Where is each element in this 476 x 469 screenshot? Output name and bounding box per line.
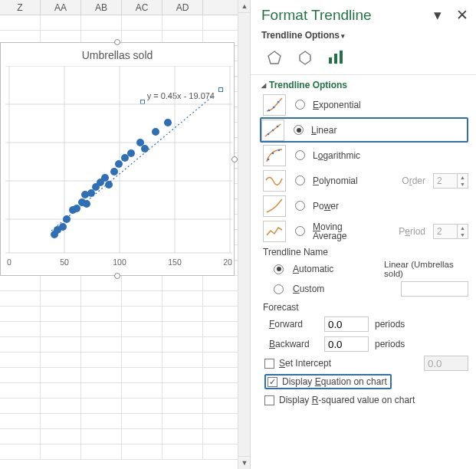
colhead-ab[interactable]: AB bbox=[81, 0, 122, 15]
svg-point-20 bbox=[83, 200, 90, 208]
option-polynomial[interactable]: Polynomial Order ▲▼ bbox=[261, 168, 468, 193]
tab-options-icon[interactable] bbox=[326, 48, 346, 67]
svg-point-30 bbox=[141, 145, 149, 153]
checkbox-display-equation[interactable] bbox=[268, 377, 277, 387]
option-power[interactable]: Power bbox=[261, 193, 468, 218]
radio-power[interactable] bbox=[295, 201, 305, 211]
svg-point-28 bbox=[127, 149, 135, 157]
svg-text:50: 50 bbox=[60, 257, 69, 267]
svg-point-52 bbox=[278, 149, 281, 151]
svg-rect-41 bbox=[334, 54, 337, 64]
order-stepper: ▲▼ bbox=[433, 173, 468, 189]
svg-point-49 bbox=[277, 125, 279, 127]
svg-point-24 bbox=[105, 181, 113, 189]
power-icon bbox=[263, 195, 286, 217]
column-headers: Z AA AB AC AD bbox=[0, 0, 250, 15]
pane-subtitle-dropdown[interactable]: Trendline Options▾ bbox=[261, 30, 468, 41]
backward-input[interactable] bbox=[324, 336, 369, 352]
movingavg-icon bbox=[263, 221, 286, 242]
option-linear[interactable]: Linear bbox=[260, 117, 468, 143]
period-label: Period bbox=[399, 226, 425, 237]
svg-point-50 bbox=[268, 158, 270, 160]
option-moving-average[interactable]: MovingAverage Period ▲▼ bbox=[261, 218, 468, 244]
svg-point-14 bbox=[63, 215, 71, 223]
exponential-icon bbox=[263, 94, 286, 116]
resize-handle-bottom[interactable] bbox=[114, 273, 120, 279]
svg-point-48 bbox=[272, 129, 274, 131]
set-intercept-row[interactable]: Set Intercept bbox=[261, 354, 468, 372]
svg-point-16 bbox=[73, 205, 80, 212]
option-exponential[interactable]: Exponential bbox=[261, 92, 468, 117]
display-equation-row[interactable]: Display Equation on chart bbox=[264, 374, 392, 389]
scroll-up-icon[interactable]: ▲ bbox=[238, 0, 251, 13]
radio-custom[interactable] bbox=[274, 284, 284, 294]
intercept-input bbox=[424, 356, 468, 371]
svg-marker-39 bbox=[300, 51, 310, 64]
section-trendline-options[interactable]: Trendline Options bbox=[261, 80, 468, 90]
tab-effects-icon[interactable] bbox=[295, 48, 315, 67]
radio-automatic[interactable] bbox=[274, 264, 284, 274]
svg-text:150: 150 bbox=[168, 257, 182, 267]
colhead-z[interactable]: Z bbox=[0, 0, 41, 15]
svg-text:100: 100 bbox=[113, 257, 126, 267]
radio-polynomial[interactable] bbox=[295, 175, 305, 185]
scatter-plot: 0 50 100 150 200 bbox=[5, 66, 232, 273]
resize-handle-top[interactable] bbox=[114, 39, 120, 45]
svg-point-45 bbox=[277, 100, 280, 103]
resize-handle-right[interactable] bbox=[231, 156, 238, 162]
radio-exponential[interactable] bbox=[295, 100, 305, 110]
svg-point-19 bbox=[87, 189, 95, 197]
colhead-ac[interactable]: AC bbox=[122, 0, 162, 15]
linear-icon bbox=[261, 120, 284, 141]
logarithmic-icon bbox=[263, 145, 286, 166]
svg-point-23 bbox=[101, 174, 109, 182]
svg-point-44 bbox=[273, 106, 275, 108]
svg-point-31 bbox=[152, 128, 159, 136]
svg-point-47 bbox=[268, 133, 270, 135]
svg-rect-40 bbox=[329, 57, 332, 64]
svg-point-13 bbox=[59, 223, 67, 231]
data-series bbox=[51, 119, 172, 238]
svg-point-32 bbox=[164, 119, 172, 126]
polynomial-icon bbox=[263, 170, 286, 192]
svg-text:200: 200 bbox=[223, 257, 232, 267]
svg-rect-42 bbox=[340, 51, 343, 64]
svg-point-51 bbox=[272, 152, 274, 154]
automatic-name-value: Linear (Umbrellas sold) bbox=[384, 260, 468, 278]
svg-point-27 bbox=[121, 154, 129, 162]
scroll-down-icon[interactable]: ▼ bbox=[238, 456, 251, 469]
svg-text:0: 0 bbox=[7, 257, 11, 267]
tab-fill-line-icon[interactable] bbox=[264, 48, 284, 67]
format-trendline-pane: Format Trendline ▾ ✕ Trendline Options▾ … bbox=[250, 0, 476, 469]
radio-linear[interactable] bbox=[294, 125, 304, 135]
svg-point-25 bbox=[110, 168, 118, 175]
trendline-name-head: Trendline Name bbox=[263, 247, 468, 257]
name-custom-row[interactable]: Custom bbox=[261, 279, 468, 299]
svg-point-43 bbox=[268, 109, 271, 111]
close-icon[interactable]: ✕ bbox=[456, 7, 468, 23]
radio-moving-average[interactable] bbox=[295, 226, 305, 236]
forward-input[interactable] bbox=[324, 316, 369, 332]
order-label: Order bbox=[402, 175, 425, 186]
pane-dropdown-icon[interactable]: ▾ bbox=[434, 7, 442, 23]
colhead-ad[interactable]: AD bbox=[162, 0, 203, 15]
svg-point-29 bbox=[136, 139, 144, 146]
colhead-aa[interactable]: AA bbox=[41, 0, 81, 15]
custom-name-input[interactable] bbox=[401, 281, 468, 297]
svg-point-26 bbox=[115, 160, 123, 168]
name-automatic-row[interactable]: Automatic Linear (Umbrellas sold) bbox=[261, 259, 468, 279]
checkbox-display-r2[interactable] bbox=[264, 395, 274, 405]
pane-title: Format Trendline bbox=[261, 7, 372, 24]
chart-object[interactable]: Umbrellas sold y = 0.45x - 19.074 bbox=[0, 42, 235, 276]
radio-logarithmic[interactable] bbox=[295, 150, 305, 160]
chart-title[interactable]: Umbrellas sold bbox=[1, 49, 234, 61]
forecast-head: Forecast bbox=[263, 302, 468, 313]
option-logarithmic[interactable]: Logarithmic bbox=[261, 143, 468, 168]
svg-marker-38 bbox=[268, 51, 281, 64]
checkbox-set-intercept[interactable] bbox=[264, 359, 274, 369]
vertical-scrollbar[interactable]: ▲ ▼ bbox=[238, 0, 251, 469]
period-stepper: ▲▼ bbox=[433, 224, 468, 239]
display-r2-row[interactable]: Display R-squared value on chart bbox=[261, 391, 468, 409]
